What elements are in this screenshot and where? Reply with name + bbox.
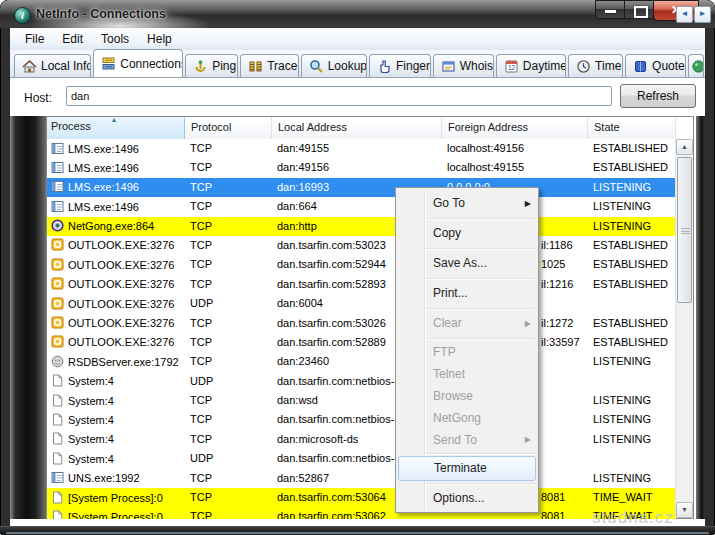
table-row[interactable]: OUTLOOK.EXE:3276TCPdan.tsarfin.com:53026… bbox=[47, 314, 676, 333]
right-shade bbox=[696, 116, 705, 519]
tab-time[interactable]: Time bbox=[568, 54, 623, 77]
tab-label: Trace bbox=[267, 59, 297, 73]
cell-process: [System Process]:0 bbox=[47, 488, 185, 507]
context-menu-item-browse[interactable]: Browse bbox=[396, 385, 538, 407]
column-header-local[interactable]: Local Address bbox=[272, 117, 442, 139]
window-icon bbox=[51, 471, 64, 484]
page-icon bbox=[51, 394, 64, 407]
cell-process: System:4 bbox=[47, 430, 185, 449]
menubar-item-tools[interactable]: Tools bbox=[92, 30, 138, 48]
table-row[interactable]: [System Process]:0TCPdan.tsarfin.com:530… bbox=[47, 488, 676, 507]
tab-connections[interactable]: Connections bbox=[93, 49, 183, 77]
table-row[interactable]: System:4UDPdan.tsarfin.com:netbios-d bbox=[47, 449, 676, 468]
table-row[interactable]: NetGong.exe:864TCPdan:httpLISTENING bbox=[47, 217, 676, 236]
table-row[interactable]: System:4TCPdan:wsdLISTENING bbox=[47, 391, 676, 410]
table-row[interactable]: OUTLOOK.EXE:3276TCPdan.tsarfin.com:52889… bbox=[47, 333, 676, 352]
column-header-protocol[interactable]: Protocol bbox=[185, 117, 272, 139]
tab-trace[interactable]: Trace bbox=[240, 54, 298, 77]
cell-state: TIME_WAIT bbox=[588, 488, 676, 507]
house-icon bbox=[22, 59, 37, 74]
table-row[interactable]: System:4TCPdan.tsarfin.com:netbios-sLIST… bbox=[47, 410, 676, 429]
tab-more[interactable] bbox=[688, 54, 704, 77]
cell-process: System:4 bbox=[47, 391, 185, 410]
cell-process: LMS.exe:1496 bbox=[47, 197, 185, 216]
cell-protocol: TCP bbox=[185, 178, 272, 197]
minimize-icon bbox=[605, 10, 616, 13]
page-icon bbox=[51, 452, 64, 465]
column-header-state[interactable]: State bbox=[588, 117, 676, 139]
table-row[interactable]: [System Process]:0TCPdan.tsarfin.com:530… bbox=[47, 507, 676, 519]
context-menu-item-copy[interactable]: Copy bbox=[396, 221, 538, 246]
table-row[interactable]: LMS.exe:1496TCPdan:49156localhost:49155E… bbox=[47, 158, 676, 177]
context-menu-item-netgong[interactable]: NetGong bbox=[396, 407, 538, 429]
context-menu-item-clear[interactable]: Clear▶ bbox=[396, 311, 538, 336]
tab-finger[interactable]: Finger bbox=[369, 54, 431, 77]
cell-state: LISTENING bbox=[588, 352, 676, 371]
table-row[interactable]: System:4UDPdan.tsarfin.com:netbios-n bbox=[47, 372, 676, 391]
ping-icon bbox=[193, 59, 208, 74]
tab-local-info[interactable]: Local Info bbox=[14, 54, 91, 77]
host-input[interactable] bbox=[66, 86, 612, 106]
scroll-up-button[interactable]: ▲ bbox=[676, 139, 693, 155]
context-menu-item-go-to[interactable]: Go To▶ bbox=[396, 191, 538, 216]
submenu-arrow-icon: ▶ bbox=[525, 311, 531, 336]
menubar-item-help[interactable]: Help bbox=[138, 30, 181, 48]
lookup-icon bbox=[309, 59, 324, 74]
minimize-button[interactable] bbox=[595, 0, 625, 19]
context-menu-item-ftp[interactable]: FTP bbox=[396, 341, 538, 363]
table-row[interactable]: RSDBServer.exe:1792TCPdan:23460LISTENING bbox=[47, 352, 676, 371]
connections-icon bbox=[101, 56, 116, 71]
table-row[interactable]: OUTLOOK.EXE:3276UDPdan:6004 bbox=[47, 294, 676, 313]
table-row[interactable]: LMS.exe:1496TCPdan:49155localhost:49156E… bbox=[47, 139, 676, 158]
column-header-foreign[interactable]: Foreign Address bbox=[442, 117, 588, 139]
menubar-item-file[interactable]: File bbox=[16, 30, 53, 48]
quote-icon bbox=[633, 59, 648, 74]
table-row[interactable]: UNS.exe:1992TCPdan:52867LISTENING bbox=[47, 469, 676, 488]
table-row[interactable]: OUTLOOK.EXE:3276TCPdan.tsarfin.com:53023… bbox=[47, 236, 676, 255]
table-row[interactable]: OUTLOOK.EXE:3276TCPdan.tsarfin.com:52893… bbox=[47, 275, 676, 294]
context-menu-item-print[interactable]: Print... bbox=[396, 281, 538, 306]
window-icon bbox=[51, 200, 64, 213]
maximize-button[interactable] bbox=[624, 0, 654, 19]
refresh-button[interactable]: Refresh bbox=[620, 84, 696, 108]
context-menu-item-save-as[interactable]: Save As... bbox=[396, 251, 538, 276]
outlook-icon bbox=[51, 238, 64, 251]
vertical-scrollbar[interactable]: ▲ ▼ bbox=[675, 139, 693, 518]
cell-protocol: TCP bbox=[185, 488, 272, 507]
cell-protocol: UDP bbox=[185, 449, 272, 468]
process-label: System:4 bbox=[68, 452, 114, 466]
tab-daytime[interactable]: 12Daytime bbox=[496, 54, 566, 77]
process-label: LMS.exe:1496 bbox=[68, 180, 139, 194]
table-row[interactable]: LMS.exe:1496TCPdan:169930.0.0.0:0LISTENI… bbox=[47, 178, 676, 197]
tab-scroll-left-button[interactable]: ◄ bbox=[676, 6, 693, 23]
tab-scroll-right-button[interactable]: ► bbox=[694, 6, 711, 23]
cell-state: ESTABLISHED bbox=[588, 333, 676, 352]
watermark: studna.cz bbox=[592, 508, 674, 528]
context-menu-item-options[interactable]: Options... bbox=[396, 486, 538, 511]
table-row[interactable]: LMS.exe:1496TCPdan:664LISTENING bbox=[47, 197, 676, 216]
finger-icon bbox=[377, 59, 392, 74]
context-menu-item-send-to[interactable]: Send To▶ bbox=[396, 429, 538, 451]
column-header-process[interactable]: Process▲ bbox=[47, 117, 185, 139]
scrollbar-thumb[interactable] bbox=[677, 157, 692, 303]
table-row[interactable]: System:4TCPdan:microsoft-dsLISTENING bbox=[47, 430, 676, 449]
context-menu-item-telnet[interactable]: Telnet bbox=[396, 363, 538, 385]
tab-quote[interactable]: Quote bbox=[625, 54, 686, 77]
title-bar[interactable]: i NetInfo - Connections ✕ bbox=[0, 0, 715, 28]
tab-lookup[interactable]: Lookup bbox=[301, 54, 367, 77]
window-title: NetInfo - Connections bbox=[36, 7, 166, 21]
submenu-arrow-icon: ▶ bbox=[525, 429, 531, 451]
tab-ping[interactable]: Ping bbox=[185, 54, 238, 77]
menubar-item-edit[interactable]: Edit bbox=[53, 30, 92, 48]
cell-process: RSDBServer.exe:1792 bbox=[47, 352, 185, 371]
cell-local-address: dan:49156 bbox=[272, 158, 442, 177]
cell-state: ESTABLISHED bbox=[588, 139, 676, 158]
sphere-icon bbox=[691, 59, 704, 74]
cell-foreign-address: localhost:49155 bbox=[442, 158, 588, 177]
cell-protocol: TCP bbox=[185, 430, 272, 449]
tab-whois[interactable]: Whois bbox=[433, 54, 494, 77]
context-menu-item-terminate[interactable]: Terminate bbox=[398, 456, 536, 481]
scroll-down-button[interactable]: ▼ bbox=[676, 502, 693, 518]
table-row[interactable]: OUTLOOK.EXE:3276TCPdan.tsarfin.com:52944… bbox=[47, 255, 676, 274]
cell-state: LISTENING bbox=[588, 197, 676, 216]
